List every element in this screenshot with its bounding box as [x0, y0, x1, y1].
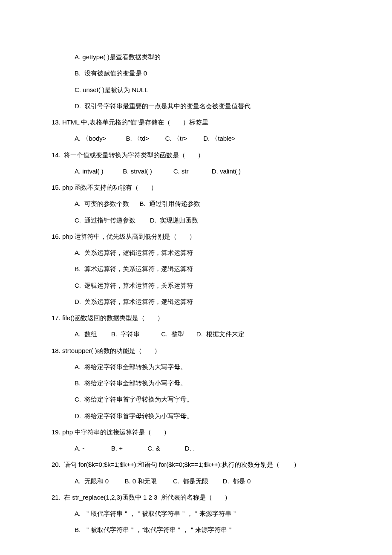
question-text: 19. php 中字符串的连接运算符是（ ）	[51, 424, 347, 440]
option-text: A. 〈body> B. 〈td> C. 〈tr> D. 〈table>	[51, 130, 347, 147]
document-page: A. gettype( )是查看数据类型的 B. 没有被赋值的变量是 0 C. …	[0, 0, 392, 555]
option-text: A. intval( ) B. strval( ) C. str D. vali…	[51, 163, 347, 179]
option-text: B. 没有被赋值的变量是 0	[51, 65, 347, 81]
option-text: A. 将给定字符串全部转换为大写字母。	[51, 359, 347, 375]
option-text: A. 可变的参数个数 B. 通过引用传递参数	[51, 196, 347, 212]
option-text: B. 将给定字符串全部转换为小写字母。	[51, 375, 347, 391]
option-text: A. ＂取代字符串＂，＂被取代字符串＂，＂来源字符串＂	[51, 506, 347, 522]
question-text: 21. 在 str_replace(1,2,3)函数中 1 2 3 所代表的名称…	[51, 489, 347, 506]
option-text: A. gettype( )是查看数据类型的	[51, 49, 347, 65]
option-text: A. 数组 B. 字符串 C. 整型 D. 根据文件来定	[51, 326, 347, 342]
question-text: 16. php 运算符中，优先级从高到低分别是（ ）	[51, 228, 347, 245]
option-text: B. ＂被取代字符串＂，"取代字符串＂，＂来源字符串＂	[51, 522, 347, 538]
question-text: 13. HTML 中,表格单元格的"值"是存储在（ ）标签里	[51, 114, 347, 130]
question-text: 17. file()函数返回的数据类型是（ ）	[51, 310, 347, 326]
option-text: D. 将给定字符串首字母转换为小写字母。	[51, 408, 347, 424]
option-text: C. 逻辑运算符，算术运算符，关系运算符	[51, 278, 347, 294]
option-text: A. 无限和 0 B. 0 和无限 C. 都是无限 D. 都是 0	[51, 473, 347, 489]
option-text: C. 通过指针传递参数 D. 实现递归函数	[51, 212, 347, 228]
question-text: 20. 语句 for($k=0;$k=1;$k++);和语句 for($k=0;…	[51, 457, 347, 473]
option-text: A. - B. + C. & D. .	[51, 440, 347, 457]
option-text: C. unset( )是被认为 NULL	[51, 82, 347, 98]
option-text: B. 算术运算符，关系运算符，逻辑运算符	[51, 261, 347, 277]
question-text: 14. 将一个值或变量转换为字符类型的函数是（ ）	[51, 147, 347, 163]
question-text: 15. php 函数不支持的功能有（ ）	[51, 179, 347, 196]
option-text: A. 关系运算符，逻辑运算符，算术运算符	[51, 245, 347, 261]
option-text: C. 将给定字符串首字母转换为大写字母。	[51, 391, 347, 408]
question-text: 18. strtoupper( )函数的功能是（ ）	[51, 343, 347, 359]
option-text: D. 关系运算符，算术运算符，逻辑运算符	[51, 294, 347, 310]
option-text: D. 双引号字符串最重要的一点是其中的变量名会被变量值替代	[51, 98, 347, 114]
